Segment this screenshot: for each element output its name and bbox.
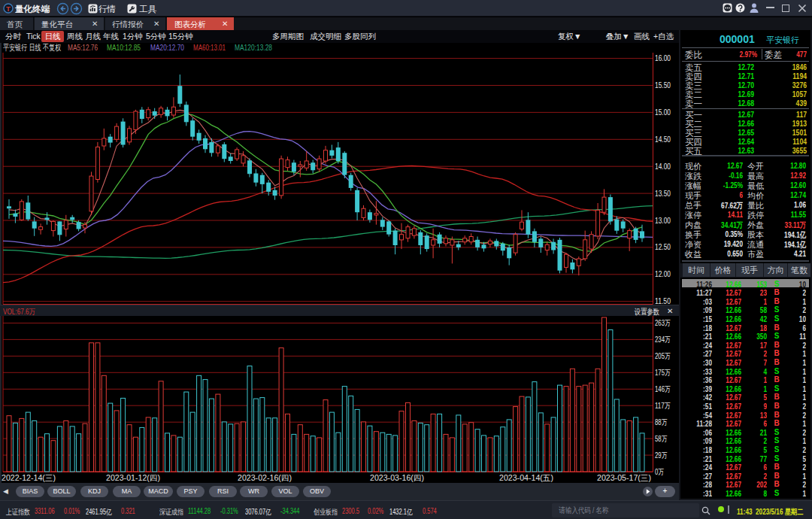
svg-text:146万: 146万 <box>655 385 671 393</box>
svg-text:2023-03-16(四): 2023-03-16(四) <box>370 474 424 482</box>
svg-text:平安银行 日线 不复权: 平安银行 日线 不复权 <box>3 43 61 52</box>
svg-text:MA5:12.76: MA5:12.76 <box>68 43 98 52</box>
svg-text:2023-02-16(四): 2023-02-16(四) <box>238 474 292 482</box>
svg-text:13.00: 13.00 <box>655 217 671 225</box>
svg-text:263万: 263万 <box>655 319 671 327</box>
svg-text:2023-01-12(四): 2023-01-12(四) <box>106 474 160 482</box>
svg-text:14.50: 14.50 <box>655 135 671 144</box>
svg-text:2023-05-17(三): 2023-05-17(三) <box>597 474 651 482</box>
svg-text:13.50: 13.50 <box>655 190 671 198</box>
svg-text:12.50: 12.50 <box>655 243 671 251</box>
svg-text:MA60:13.01: MA60:13.01 <box>193 43 226 52</box>
svg-text:2023-04-14(五): 2023-04-14(五) <box>499 474 553 482</box>
svg-text:T: T <box>6 5 11 13</box>
svg-text:117万: 117万 <box>655 402 671 410</box>
svg-text:88万: 88万 <box>655 418 667 426</box>
svg-text:58万: 58万 <box>655 435 667 443</box>
svg-text:16.00: 16.00 <box>655 54 671 62</box>
svg-text:15.00: 15.00 <box>655 108 671 117</box>
svg-text:0万: 0万 <box>655 468 664 476</box>
svg-text:29万: 29万 <box>655 451 667 460</box>
svg-text:234万: 234万 <box>655 335 671 344</box>
svg-text:12.00: 12.00 <box>655 270 671 278</box>
svg-text:205万: 205万 <box>655 352 671 360</box>
svg-text:MA10:12.85: MA10:12.85 <box>107 43 141 52</box>
svg-text:14.00: 14.00 <box>655 162 671 171</box>
svg-text:2022-12-14(三): 2022-12-14(三) <box>2 474 56 482</box>
svg-text:MA120:13.28: MA120:13.28 <box>235 43 272 52</box>
svg-text:175万: 175万 <box>655 369 671 377</box>
svg-text:15.50: 15.50 <box>655 81 671 90</box>
svg-text:MA20:12.70: MA20:12.70 <box>150 43 184 52</box>
